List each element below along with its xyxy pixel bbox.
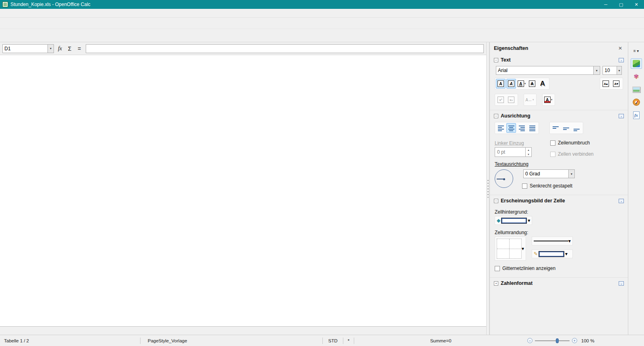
insert-mode[interactable]: STD [323, 338, 343, 343]
sidebar-properties-tab[interactable] [631, 58, 642, 69]
indent-down-icon[interactable]: ▼ [526, 152, 531, 157]
wrap-text-checkbox[interactable] [550, 140, 555, 146]
align-bottom-button[interactable] [572, 123, 581, 133]
sum-icon[interactable]: Σ [65, 44, 74, 53]
gallery-icon [632, 86, 640, 93]
cell-appearance-label: Erscheinungsbild der Zelle [501, 198, 619, 204]
line-style-icon [534, 239, 568, 244]
sidebar-font-name-input[interactable] [496, 66, 593, 74]
degrees-dropdown-icon[interactable]: ▼ [568, 170, 574, 178]
orientation-label: Textausrichtung [495, 161, 623, 167]
border-dropdown-icon[interactable]: ▾ [522, 246, 524, 251]
gridlines-checkbox[interactable] [495, 266, 500, 271]
name-box[interactable]: ▼ [2, 44, 54, 53]
cell-reference-input[interactable] [3, 45, 47, 53]
superscript-button[interactable]: x² [496, 95, 506, 105]
functions-icon: fx [633, 111, 640, 119]
cell-appearance-collapse-icon[interactable]: − [494, 199, 498, 203]
spreadsheet-area[interactable] [0, 55, 486, 326]
navigator-compass-icon [633, 99, 640, 106]
cell-background-label: Zellhintergrund: [495, 209, 623, 215]
formula-input-line[interactable] [86, 44, 484, 53]
degrees-combo[interactable]: ▼ [523, 169, 575, 178]
formula-bar: ▼ fx Σ = [0, 42, 486, 55]
line-style-picker[interactable]: ▾ [532, 237, 573, 245]
sheet-info: Tabelle 1 / 2 [0, 338, 140, 343]
sidebar-styles-tab[interactable]: ✾ [631, 71, 642, 82]
sidebar-strikethrough-button[interactable]: A [527, 79, 537, 89]
title-bar: Stunden_Kopie.xls - OpenOffice Calc ─ ▢ … [0, 0, 644, 9]
close-icon[interactable]: ✕ [629, 0, 644, 9]
indent-spinner[interactable]: 0 pt ▲▼ [495, 147, 532, 157]
line-style-dropdown-icon[interactable]: ▾ [568, 238, 571, 244]
zoom-slider-thumb[interactable] [556, 338, 559, 343]
sidebar-menu-icon[interactable]: ≡ ▾ [631, 45, 642, 56]
alignment-section-collapse-icon[interactable]: − [494, 114, 498, 118]
number-format-dialog-launcher-icon[interactable]: ▪ [619, 281, 624, 286]
zoom-in-icon[interactable]: + [572, 338, 577, 343]
border-selector[interactable]: ▾ [495, 237, 526, 261]
sidebar-gallery-tab[interactable] [631, 84, 642, 95]
sidebar-splitter[interactable] [486, 42, 489, 335]
maximize-icon[interactable]: ▢ [613, 0, 629, 9]
indent-label: Linker Einzug [495, 140, 543, 146]
zoom-out-icon[interactable]: − [527, 338, 533, 343]
sidebar-bold-button[interactable]: A [496, 79, 506, 89]
sum-display[interactable]: Summe=0 [354, 338, 527, 343]
paint-bucket-icon: ◆ [497, 218, 500, 223]
zoom-level[interactable]: 100 % [577, 338, 599, 343]
cell-appearance-dialog-launcher-icon[interactable]: ▪ [619, 199, 624, 203]
decrease-font-button[interactable]: A▾ [611, 79, 621, 89]
character-spacing-button[interactable]: A↔▾ [525, 95, 535, 105]
sidebar-font-name-combo[interactable]: ▼ [496, 66, 600, 75]
minimize-icon[interactable]: ─ [598, 0, 613, 9]
number-format-collapse-icon[interactable]: + [494, 281, 498, 286]
subscript-button[interactable]: x₂ [506, 95, 516, 105]
merge-cells-checkbox-row: Zellen verbinden [550, 151, 594, 157]
sidebar-navigator-tab[interactable] [631, 97, 642, 107]
stacked-checkbox[interactable] [522, 183, 527, 189]
panel-close-icon[interactable]: ✕ [617, 45, 624, 52]
stacked-label: Senkrecht gestapelt [530, 183, 572, 189]
zoom-slider[interactable] [535, 340, 570, 341]
line-color-picker[interactable]: ✎ ▾ [532, 249, 573, 258]
degrees-input[interactable] [524, 170, 568, 178]
text-rotation-dial[interactable] [495, 169, 513, 188]
name-box-dropdown-icon[interactable]: ▼ [47, 45, 54, 53]
sidebar-italic-button[interactable]: A [506, 79, 516, 89]
align-top-button[interactable] [551, 123, 560, 133]
alignment-dialog-launcher-icon[interactable]: ▪ [619, 114, 624, 118]
sidebar-font-size-input[interactable] [603, 66, 617, 74]
indent-up-icon[interactable]: ▲ [526, 148, 531, 152]
properties-cube-icon [633, 60, 640, 67]
border-grid-icon [497, 239, 522, 259]
line-color-dropdown-icon[interactable]: ▾ [565, 251, 568, 257]
sidebar-font-color-button[interactable]: A▾ [543, 95, 553, 105]
text-section-label: Text [501, 57, 619, 63]
sidebar-align-justify-button[interactable] [527, 123, 537, 133]
center-vertically-button[interactable] [561, 123, 571, 133]
sidebar-underline-button[interactable]: A▾ [517, 79, 526, 89]
equals-icon[interactable]: = [74, 44, 84, 53]
standard-toolbar [0, 18, 644, 29]
increase-font-button[interactable]: A▴ [601, 79, 611, 89]
background-color-dropdown-icon[interactable]: ▾ [528, 218, 530, 223]
sidebar-shadow-button[interactable]: A [538, 79, 547, 89]
sidebar-align-center-button[interactable] [506, 123, 516, 133]
status-bar: Tabelle 1 / 2 PageStyle_Vorlage STD * Su… [0, 335, 644, 346]
merge-cells-checkbox[interactable] [550, 152, 555, 157]
sidebar-font-size-combo[interactable]: ▼ [603, 66, 622, 75]
background-color-swatch [502, 218, 526, 223]
font-size-dropdown-icon[interactable]: ▼ [617, 66, 621, 74]
page-style[interactable]: PageStyle_Vorlage [140, 338, 322, 343]
function-wizard-icon[interactable]: fx [55, 44, 65, 53]
text-section-collapse-icon[interactable]: − [494, 58, 498, 62]
cell-background-picker[interactable]: ◆ ▾ [495, 216, 532, 225]
font-name-dropdown-icon[interactable]: ▼ [593, 66, 600, 74]
sidebar-align-right-button[interactable] [517, 123, 526, 133]
sidebar-align-left-button[interactable] [496, 123, 506, 133]
formatting-toolbar [0, 29, 644, 42]
text-dialog-launcher-icon[interactable]: ▪ [619, 58, 624, 62]
sidebar-functions-tab[interactable]: fx [631, 110, 642, 120]
gridlines-label: Gitternetzlinien anzeigen [502, 266, 555, 271]
